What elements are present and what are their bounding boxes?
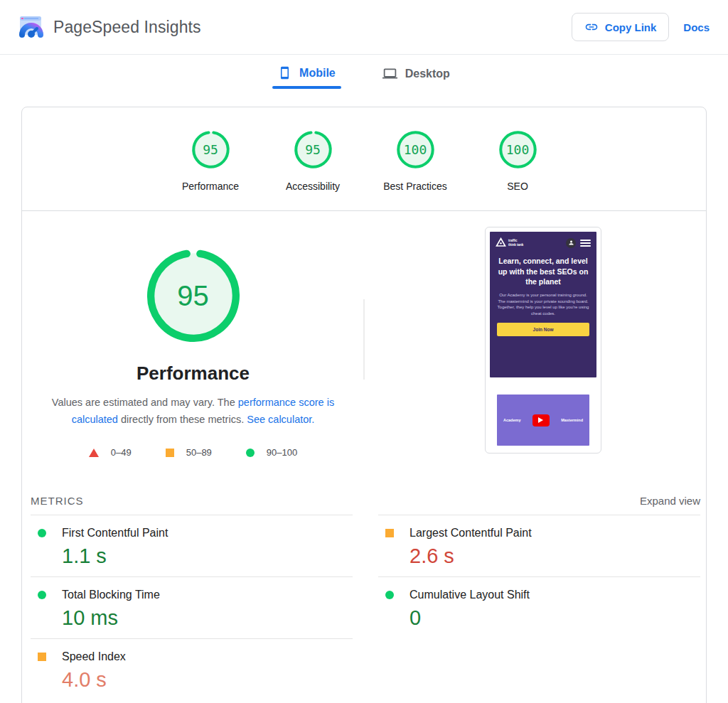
youtube-play-icon (532, 414, 550, 426)
thumbnail-body: Our Academy is your personal training gr… (496, 292, 591, 317)
tab-desktop[interactable]: Desktop (377, 55, 456, 94)
metric-status-icon (385, 591, 394, 599)
brand[interactable]: PageSpeed Insights (17, 14, 201, 41)
score-label: Performance (159, 181, 262, 192)
legend-pass: 90–100 (246, 447, 297, 458)
score-label: Best Practices (364, 181, 466, 192)
metric-speed-index: Speed Index 4.0 s (31, 639, 353, 700)
thumbnail-brand: traffic think tank (496, 237, 523, 248)
link-icon (584, 20, 599, 34)
app-header: PageSpeed Insights Copy Link Docs (0, 0, 728, 55)
average-square-icon (166, 449, 174, 457)
video-label-mastermind: Mastermind (561, 418, 583, 422)
pagespeed-insights-page: PageSpeed Insights Copy Link Docs Mobile… (0, 0, 728, 703)
metric-status-icon (38, 653, 46, 661)
score-legend: 0–49 50–89 90–100 (22, 447, 364, 458)
metric-value: 2.6 s (410, 544, 700, 567)
metric-value: 4.0 s (62, 668, 353, 691)
legend-average: 50–89 (166, 447, 212, 458)
app-title: PageSpeed Insights (53, 18, 201, 37)
performance-gauge-panel: 95 Performance Values are estimated and … (22, 211, 364, 458)
metric-status-icon (385, 529, 394, 537)
expand-view-link[interactable]: Expand view (640, 495, 700, 507)
metric-value: 10 ms (62, 606, 353, 629)
metrics-header: METRICS (31, 488, 353, 515)
tab-mobile[interactable]: Mobile (272, 55, 341, 92)
category-scores: 95 Performance 95 Accessibility (22, 107, 706, 210)
score-best-practices[interactable]: 100 Best Practices (364, 129, 466, 210)
tab-mobile-label: Mobile (299, 67, 336, 80)
thumbnail-hero: traffic think tank Learn, connect, and l… (490, 232, 596, 377)
header-actions: Copy Link Docs (572, 13, 710, 41)
hamburger-menu-icon (580, 240, 591, 247)
metrics-section: METRICS Expand view First Contentful Pai… (22, 488, 706, 700)
pass-circle-icon (246, 449, 255, 457)
score-label: SEO (466, 181, 569, 192)
metric-first-contentful-paint: First Contentful Paint 1.1 s (31, 515, 353, 577)
main-performance-score: 95 (144, 247, 242, 345)
score-value: 100 (498, 129, 538, 170)
score-seo[interactable]: 100 SEO (466, 129, 569, 210)
page-screenshot-thumbnail: traffic think tank Learn, connect, and l… (485, 227, 601, 454)
person-icon (566, 238, 576, 248)
pagespeed-logo-icon (17, 14, 44, 41)
performance-summary: 95 Performance Values are estimated and … (22, 211, 706, 488)
thumbnail-video: Academy Mastermind (497, 395, 589, 446)
metrics-heading: METRICS (31, 495, 84, 507)
fail-triangle-icon (89, 449, 99, 457)
legend-range: 0–49 (111, 447, 132, 458)
video-label-academy: Academy (503, 418, 520, 422)
score-disclaimer: Values are estimated and may vary. The p… (38, 394, 348, 428)
thumbnail-brand-line2: think tank (508, 243, 523, 247)
score-performance[interactable]: 95 Performance (159, 129, 262, 210)
disclaimer-text: Values are estimated and may vary. The (52, 397, 238, 408)
metric-label: Largest Contentful Paint (410, 527, 532, 540)
metric-label: First Contentful Paint (62, 527, 168, 540)
desktop-icon (382, 66, 397, 81)
see-calculator-link[interactable]: See calculator. (247, 414, 314, 425)
metrics-header-right: Expand view (378, 488, 700, 515)
legend-range: 50–89 (186, 447, 212, 458)
score-accessibility[interactable]: 95 Accessibility (262, 129, 364, 210)
thumbnail-caption: Traffic Think Tank is an accelerator for… (490, 453, 596, 454)
metric-largest-contentful-paint: Largest Contentful Paint 2.6 s (378, 515, 700, 577)
tab-desktop-label: Desktop (405, 68, 450, 80)
copy-link-label: Copy Link (605, 21, 657, 33)
score-label: Accessibility (262, 181, 364, 192)
metric-label: Cumulative Layout Shift (410, 589, 530, 601)
report-card: 95 Performance 95 Accessibility (21, 107, 707, 703)
score-value: 95 (293, 129, 333, 170)
performance-heading: Performance (22, 363, 364, 385)
mobile-icon (278, 66, 291, 80)
score-value: 95 (191, 129, 231, 170)
metric-total-blocking-time: Total Blocking Time 10 ms (31, 577, 353, 639)
copy-link-button[interactable]: Copy Link (572, 13, 670, 41)
metric-value: 0 (410, 606, 700, 629)
device-tabs: Mobile Desktop (0, 55, 728, 99)
metric-label: Total Blocking Time (62, 589, 160, 601)
metric-cumulative-layout-shift: Cumulative Layout Shift 0 (378, 577, 700, 639)
metric-status-icon (38, 529, 46, 537)
thumbnail-heading: Learn, connect, and level up with the be… (496, 256, 591, 287)
disclaimer-text: directly from these metrics. (118, 414, 247, 425)
join-now-button: Join Now (497, 323, 589, 336)
metric-label: Speed Index (62, 650, 126, 663)
docs-link[interactable]: Docs (683, 21, 710, 33)
vertical-divider (363, 299, 365, 380)
metric-status-icon (38, 591, 46, 599)
traffic-think-tank-logo-icon (496, 237, 506, 248)
metric-value: 1.1 s (62, 544, 353, 567)
legend-range: 90–100 (267, 447, 297, 458)
metric-empty-cell (378, 639, 700, 700)
score-value: 100 (395, 129, 436, 170)
legend-fail: 0–49 (89, 447, 132, 458)
